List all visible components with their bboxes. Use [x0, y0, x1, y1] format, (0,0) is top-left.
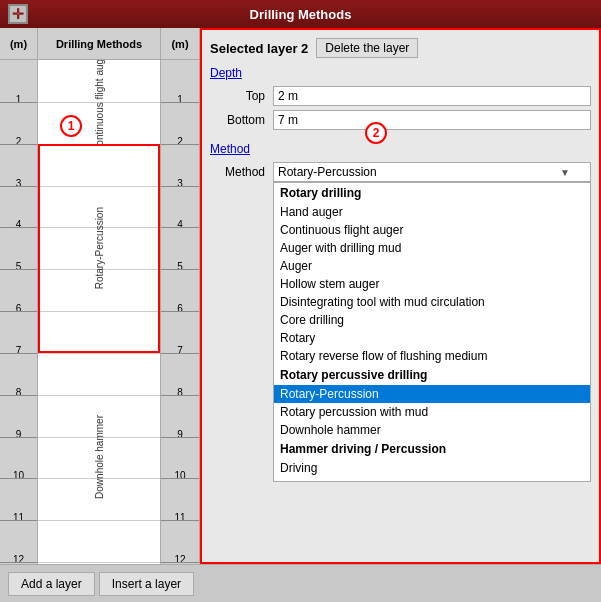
delete-layer-button[interactable]: Delete the layer — [316, 38, 418, 58]
borehole-visualization: 123456789101112 1 Continuous flight auge… — [0, 60, 199, 564]
depth-col-left: 123456789101112 — [0, 60, 38, 564]
dropdown-item-2[interactable]: Continuous flight auger — [274, 221, 590, 239]
layer-2[interactable]: Rotary-Percussion — [38, 144, 160, 353]
dropdown-item-8[interactable]: Rotary — [274, 329, 590, 347]
depth-marker-right-10: 10 — [161, 471, 199, 481]
method-section-title: Method — [210, 142, 591, 156]
dropdown-item-16[interactable]: Driven sampler — [274, 477, 590, 482]
dropdown-item-15[interactable]: Driving — [274, 459, 590, 477]
layer-label-2: Rotary-Percussion — [94, 207, 105, 289]
method-field-row: Method Rotary-Percussion ▼ Rotary drilli… — [210, 162, 591, 182]
depth-col-right: 123456789101112 — [161, 60, 199, 564]
edit-panel: Selected layer 2 Delete the layer Depth … — [200, 28, 601, 564]
borehole-panel: (m) Drilling Methods (m) 123456789101112… — [0, 28, 200, 564]
dropdown-item-3[interactable]: Auger with drilling mud — [274, 239, 590, 257]
depth-marker-right-8: 8 — [161, 388, 199, 398]
insert-layer-button[interactable]: Insert a layer — [99, 572, 194, 596]
dropdown-item-7[interactable]: Core drilling — [274, 311, 590, 329]
depth-marker-left-7: 7 — [0, 346, 37, 356]
dropdown-item-12[interactable]: Rotary percussion with mud — [274, 403, 590, 421]
layer-3[interactable]: Downhole hammer — [38, 353, 160, 562]
depth-marker-left-3: 3 — [0, 179, 37, 189]
bottom-field-row: Bottom — [210, 110, 591, 130]
depth-marker-right-1: 1 — [161, 95, 199, 105]
column-headers: (m) Drilling Methods (m) — [0, 28, 199, 60]
depth-marker-left-2: 2 — [0, 137, 37, 147]
bottom-label: Bottom — [210, 113, 265, 127]
dropdown-item-11[interactable]: Rotary-Percussion — [274, 385, 590, 403]
dropdown-item-4[interactable]: Auger — [274, 257, 590, 275]
method-select-container[interactable]: Rotary-Percussion ▼ Rotary drillingHand … — [273, 162, 591, 182]
dropdown-item-6[interactable]: Disintegrating tool with mud circulation — [274, 293, 590, 311]
selected-header: Selected layer 2 Delete the layer — [210, 38, 591, 58]
dropdown-item-13[interactable]: Downhole hammer — [274, 421, 590, 439]
depth-marker-left-10: 10 — [0, 471, 37, 481]
dropdown-item-9[interactable]: Rotary reverse flow of flushing medium — [274, 347, 590, 365]
depth-section: Depth Top Bottom — [210, 66, 591, 134]
col-header-left-m: (m) — [0, 28, 38, 59]
depth-marker-right-9: 9 — [161, 430, 199, 440]
depth-marker-right-7: 7 — [161, 346, 199, 356]
method-section: Method Method Rotary-Percussion ▼ Rotary… — [210, 142, 591, 554]
method-select-display[interactable]: Rotary-Percussion ▼ — [273, 162, 591, 182]
depth-marker-left-11: 11 — [0, 513, 37, 523]
method-dropdown-list[interactable]: Rotary drillingHand augerContinuous flig… — [273, 182, 591, 482]
dropdown-item-5[interactable]: Hollow stem auger — [274, 275, 590, 293]
bottom-toolbar: Add a layer Insert a layer — [0, 564, 601, 602]
depth-marker-left-6: 6 — [0, 304, 37, 314]
top-label: Top — [210, 89, 265, 103]
depth-marker-left-9: 9 — [0, 430, 37, 440]
depth-marker-right-11: 11 — [161, 513, 199, 523]
method-current-value: Rotary-Percussion — [278, 165, 377, 179]
depth-marker-left-1: 1 — [0, 95, 37, 105]
depth-marker-left-4: 4 — [0, 220, 37, 230]
selected-layer-label: Selected layer 2 — [210, 41, 308, 56]
depth-marker-right-3: 3 — [161, 179, 199, 189]
depth-marker-right-2: 2 — [161, 137, 199, 147]
dropdown-item-10[interactable]: Rotary percussive drilling — [274, 365, 590, 385]
dropdown-arrow-icon: ▼ — [560, 167, 570, 178]
add-layer-button[interactable]: Add a layer — [8, 572, 95, 596]
bottom-input[interactable] — [273, 110, 591, 130]
depth-section-title: Depth — [210, 66, 591, 80]
top-field-row: Top — [210, 86, 591, 106]
layer-label-3: Downhole hammer — [94, 415, 105, 499]
layer-label-1: Continuous flight auger — [94, 60, 105, 144]
method-col: 1 Continuous flight augerRotary-Percussi… — [38, 60, 161, 564]
dropdown-item-1[interactable]: Hand auger — [274, 203, 590, 221]
col-header-methods: Drilling Methods — [38, 28, 161, 59]
dropdown-item-0[interactable]: Rotary drilling — [274, 183, 590, 203]
method-label: Method — [210, 165, 265, 179]
top-input[interactable] — [273, 86, 591, 106]
badge-1: 1 — [60, 115, 82, 137]
depth-marker-left-8: 8 — [0, 388, 37, 398]
window-title: Drilling Methods — [250, 7, 352, 22]
col-header-right-m: (m) — [161, 28, 199, 59]
titlebar: ✛ Drilling Methods — [0, 0, 601, 28]
dropdown-item-14[interactable]: Hammer driving / Percussion — [274, 439, 590, 459]
depth-marker-right-5: 5 — [161, 262, 199, 272]
app-icon: ✛ — [8, 4, 28, 24]
depth-marker-left-5: 5 — [0, 262, 37, 272]
depth-marker-right-6: 6 — [161, 304, 199, 314]
layer-1[interactable]: Continuous flight auger — [38, 60, 160, 144]
depth-marker-right-4: 4 — [161, 220, 199, 230]
badge-2: 2 — [365, 122, 387, 144]
